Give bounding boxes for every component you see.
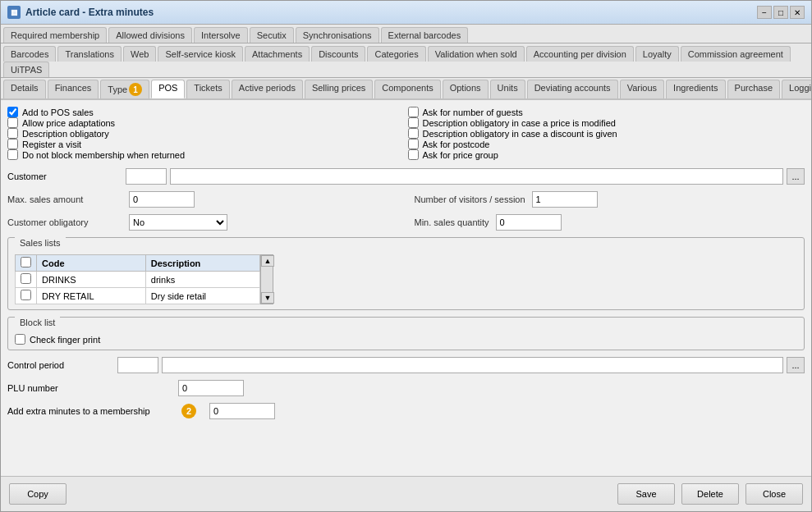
table-row: DRY RETAIL Dry side retail [16,288,260,304]
window-close-button[interactable]: ✕ [790,6,805,19]
max-sales-input[interactable] [129,191,195,208]
tab-loyalty[interactable]: Loyalty [635,46,679,62]
tab-validation-when-sold[interactable]: Validation when sold [428,46,525,62]
title-bar: ▦ Article card - Extra minutes − □ ✕ [1,1,811,25]
tab-barcodes[interactable]: Barcodes [3,46,56,62]
tab-ingredients[interactable]: Ingredients [666,80,725,98]
sales-lists-title: Sales lists [15,236,66,249]
tab-row-2: Barcodes Translations Web Self-service k… [1,43,811,78]
tab-purchase[interactable]: Purchase [727,80,780,98]
scroll-up-button[interactable]: ▲ [261,255,274,267]
add-extra-minutes-badge: 2 [181,404,196,418]
tab-external-barcodes[interactable]: External barcodes [381,27,469,43]
sales-row1-checkbox[interactable] [21,273,31,284]
desc-obligatory-checkbox[interactable] [7,128,18,139]
tab-various[interactable]: Various [620,80,664,98]
maximize-button[interactable]: □ [773,6,788,19]
ask-price-group-checkbox[interactable] [408,149,419,160]
control-period-browse-button[interactable]: ... [787,357,805,373]
sales-table-header-checkbox[interactable] [21,257,31,267]
tab-uitpas[interactable]: UiTPAS [3,62,49,77]
ask-postcode-checkbox[interactable] [408,139,419,149]
tab-tickets[interactable]: Tickets [186,80,229,98]
main-window: ▦ Article card - Extra minutes − □ ✕ Req… [0,0,812,512]
customer-field1[interactable] [126,168,167,185]
title-bar-left: ▦ Article card - Extra minutes [7,6,154,19]
tab-row-1: Required membership Allowed divisions In… [1,25,811,43]
block-list-group: Block list Check finger print [7,317,805,350]
desc-price-modified-checkbox[interactable] [408,117,419,128]
block-list-content: Check finger print [8,329,804,350]
close-button[interactable]: Close [745,483,803,505]
checkboxes-right: Ask for number of guests Description obl… [408,107,805,160]
tab-allowed-divisions[interactable]: Allowed divisions [108,27,192,43]
tab-self-service-kiosk[interactable]: Self-service kiosk [158,46,243,62]
customer-browse-button[interactable]: ... [787,168,805,185]
copy-button[interactable]: Copy [9,483,67,505]
allow-price-label: Allow price adaptations [22,118,115,128]
min-sales-qty-input[interactable] [496,214,562,231]
add-to-pos-label: Add to POS sales [22,107,94,117]
sales-lists-table: Code Description DRINKS drinks [15,254,260,304]
tab-type[interactable]: Type1 [100,80,149,98]
scroll-track [261,267,273,292]
tab-details[interactable]: Details [3,80,46,98]
tab-deviating-accounts[interactable]: Deviating accounts [527,80,618,98]
no-block-membership-checkbox[interactable] [7,149,18,160]
checkbox-ask-postcode: Ask for postcode [408,139,805,149]
no-block-membership-label: Do not block membership when returned [22,150,185,160]
ask-guests-checkbox[interactable] [408,107,419,117]
sales-lists-content: Code Description DRINKS drinks [8,249,804,309]
sales-row2-checkbox[interactable] [21,290,31,300]
num-visitors-right: Number of visitors / session [415,191,805,208]
checkbox-desc-discount-given: Description obligatory in case a discoun… [408,128,805,139]
desc-discount-given-checkbox[interactable] [408,128,419,139]
scroll-down-button[interactable]: ▼ [261,292,274,304]
customer-field2[interactable] [170,168,783,185]
tab-pos[interactable]: POS [151,80,185,98]
tab-finances[interactable]: Finances [48,80,99,98]
sales-row2-code: DRY RETAIL [37,288,146,304]
min-sales-qty-right: Min. sales quantity [415,214,805,231]
tab-components[interactable]: Components [374,80,440,98]
check-finger-print-checkbox[interactable] [15,334,25,345]
tab-intersolve[interactable]: Intersolve [194,27,248,43]
type-badge: 1 [129,83,142,96]
sales-table-code-header: Code [37,255,146,272]
tab-active-periods[interactable]: Active periods [232,80,303,98]
save-button[interactable]: Save [617,483,675,505]
block-list-title: Block list [15,316,60,329]
control-period-field1[interactable] [117,357,158,373]
add-extra-minutes-input[interactable] [209,403,275,419]
add-to-pos-checkbox[interactable] [7,107,18,117]
tab-selling-prices[interactable]: Selling prices [305,80,373,98]
num-visitors-label: Number of visitors / session [415,194,525,204]
delete-button[interactable]: Delete [681,483,739,505]
ask-postcode-label: Ask for postcode [423,139,490,149]
tab-accounting-per-division[interactable]: Accounting per division [526,46,634,62]
max-sales-label: Max. sales amount [7,194,122,204]
tab-synchronisations[interactable]: Synchronisations [296,27,379,43]
tab-categories[interactable]: Categories [367,46,425,62]
tab-options[interactable]: Options [443,80,489,98]
minimize-button[interactable]: − [757,6,772,19]
tab-secutix[interactable]: Secutix [250,27,294,43]
control-period-field2[interactable] [162,357,783,373]
main-content: Add to POS sales Allow price adaptations… [1,100,811,476]
tab-attachments[interactable]: Attachments [245,46,310,62]
add-extra-minutes-row: Add extra minutes to a membership 2 [7,403,805,419]
tab-commission-agreement[interactable]: Commission agreement [681,46,791,62]
tab-units[interactable]: Units [490,80,525,98]
allow-price-checkbox[interactable] [7,117,18,128]
tab-discounts[interactable]: Discounts [311,46,365,62]
num-visitors-input[interactable] [532,191,598,208]
tab-translations[interactable]: Translations [57,46,122,62]
tab-web[interactable]: Web [123,46,156,62]
tab-required-membership[interactable]: Required membership [3,27,107,43]
checkbox-ask-guests: Ask for number of guests [408,107,805,117]
tab-logging[interactable]: Logging [782,80,811,98]
customer-obligatory-select[interactable]: No Yes [129,214,227,231]
register-visit-checkbox[interactable] [7,139,18,149]
plu-number-input[interactable] [178,380,244,396]
sales-table-desc-header: Description [145,255,259,272]
